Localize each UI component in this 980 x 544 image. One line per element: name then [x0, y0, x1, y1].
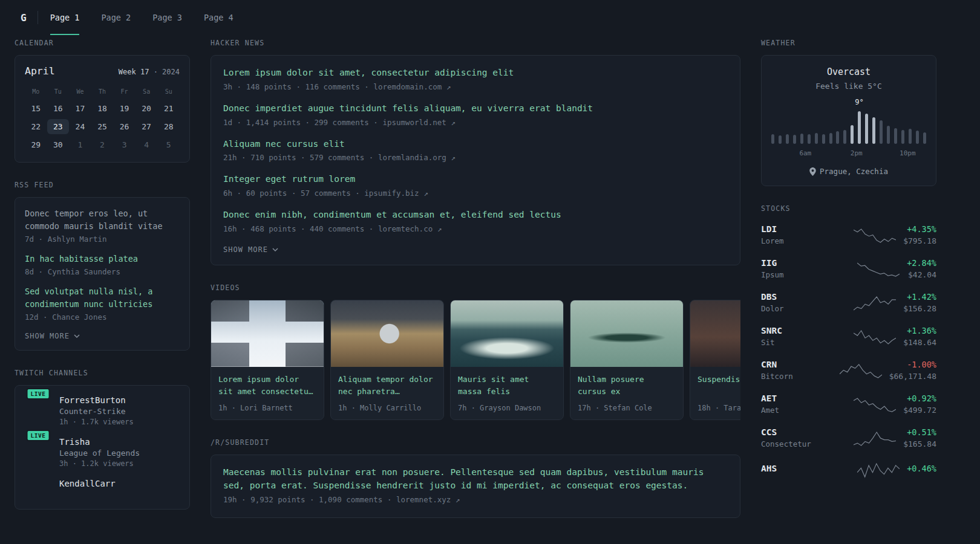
story-stats: 16h · 468 points · 440 comments ·	[223, 224, 378, 233]
show-more-label: SHOW MORE	[25, 332, 70, 340]
rss-item-link[interactable]: Sed volutpat nulla nisl, a condimentum n…	[25, 285, 180, 311]
rss-show-more-button[interactable]: SHOW MORE	[25, 332, 80, 340]
weather-hour-bar	[836, 131, 839, 144]
weather-hour-bar	[779, 135, 782, 144]
video-title[interactable]: Mauris sit amet massa felis	[458, 374, 556, 398]
story-item: Donec enim nibh, condimentum et accumsan…	[223, 209, 728, 233]
video-title[interactable]: Suspendisse diam	[697, 374, 740, 398]
video-thumbnail[interactable]	[331, 300, 443, 367]
page-tab[interactable]: Page 1	[50, 0, 80, 35]
video-title[interactable]: Lorem ipsum dolor sit amet consectetu…	[218, 374, 316, 398]
calendar-day: 27	[136, 119, 158, 134]
video-thumbnail[interactable]	[451, 300, 563, 367]
dashboard-layout: CALENDAR April Week 17 · 2024 MoTuWeThFr…	[0, 35, 980, 536]
story-domain-link[interactable]: loremlandia.org ↗	[378, 153, 456, 162]
story-link[interactable]: Aliquam nec cursus elit	[223, 138, 728, 151]
story-link[interactable]: Maecenas mollis pulvinar erat non posuer…	[223, 466, 728, 493]
page-tab[interactable]: Page 2	[101, 0, 131, 35]
stock-row[interactable]: DBS Dolor +1.42% $156.28	[761, 288, 936, 317]
weather-hour-bar	[829, 133, 832, 144]
video-thumbnail[interactable]	[211, 300, 324, 367]
stock-sparkline	[854, 294, 896, 311]
calendar-day-header: We	[69, 85, 91, 98]
twitch-channel-row[interactable]: KendallCarr	[25, 479, 180, 488]
calendar-day: 15	[25, 101, 47, 116]
story-link[interactable]: Integer eget rutrum lorem	[223, 173, 728, 186]
story-meta: 16h · 468 points · 440 comments · loremt…	[223, 224, 728, 233]
external-link-icon: ↗	[423, 189, 428, 198]
stock-row[interactable]: LDI Lorem +4.35% $795.18	[761, 221, 936, 249]
story-stats: 6h · 60 points · 57 comments ·	[223, 189, 364, 198]
story-link[interactable]: Donec enim nibh, condimentum et accumsan…	[223, 209, 728, 222]
stock-row[interactable]: IIG Ipsum +2.84% $42.04	[761, 254, 936, 283]
stock-row[interactable]: CRN Bitcorn -1.00% $66,171.48	[761, 356, 936, 384]
twitch-channel-row[interactable]: LIVE ForrestBurton Counter-Strike 1h · 1…	[25, 395, 180, 426]
story-domain-link[interactable]: ipsumworld.net ↗	[382, 118, 455, 127]
calendar-card: April Week 17 · 2024 MoTuWeThFrSaSu15161…	[15, 55, 190, 163]
page-tab-label: Page 1	[50, 13, 80, 22]
rss-item-link[interactable]: In hac habitasse platea	[25, 253, 180, 265]
stock-sparkline	[854, 328, 896, 345]
story-meta: 21h · 710 points · 579 comments · loreml…	[223, 153, 728, 162]
video-card[interactable]: Nullam posuere cursus ex 17h · Stefan Co…	[570, 300, 684, 420]
rss-item-meta: 7d · Ashlyn Martin	[25, 235, 180, 244]
stock-price: $156.28	[903, 304, 936, 313]
page-tab[interactable]: Page 4	[204, 0, 234, 35]
rss-item-link[interactable]: Donec tempor eros leo, ut commodo mauris…	[25, 207, 180, 233]
twitch-channel-row[interactable]: LIVE Trisha League of Legends 3h · 1.2k …	[25, 437, 180, 468]
stock-values: +4.35% $795.18	[903, 224, 936, 245]
video-thumbnail[interactable]	[570, 300, 683, 367]
video-card[interactable]: Aliquam tempor dolor nec pharetra… 1h · …	[330, 300, 444, 420]
stock-change: +2.84%	[907, 258, 936, 268]
video-card[interactable]: Mauris sit amet massa felis 7h · Grayson…	[450, 300, 564, 420]
calendar-day: 3	[113, 137, 136, 152]
story-item: Maecenas mollis pulvinar erat non posuer…	[223, 466, 728, 504]
story-domain-link[interactable]: ipsumify.biz ↗	[364, 189, 428, 198]
weather-peak-temp-label: 9°	[855, 98, 863, 106]
stock-values: +2.84% $42.04	[907, 258, 936, 279]
stock-name: Amet	[761, 406, 846, 415]
chevron-down-icon	[272, 248, 278, 251]
external-link-icon: ↗	[437, 224, 442, 233]
story-domain-link[interactable]: loremtech.co ↗	[378, 224, 442, 233]
stock-row[interactable]: SNRC Sit +1.36% $148.64	[761, 322, 936, 351]
story-link[interactable]: Lorem ipsum dolor sit amet, consectetur …	[223, 66, 728, 80]
stock-id: AET Amet	[761, 393, 846, 415]
video-card[interactable]: Suspendisse diam 18h · Tara	[690, 300, 740, 420]
calendar-day: 4	[136, 137, 158, 152]
stock-symbol: CRN	[761, 360, 832, 369]
stock-row[interactable]: CCS Consectetur +0.51% $165.84	[761, 424, 936, 452]
stock-price: $66,171.48	[889, 372, 936, 381]
video-meta: 1h · Lori Barnett	[218, 404, 316, 412]
calendar-day-header: Fr	[113, 85, 136, 98]
video-title[interactable]: Aliquam tempor dolor nec pharetra…	[338, 374, 436, 398]
stock-row[interactable]: AET Amet +0.92% $499.72	[761, 390, 936, 418]
app-logo[interactable]: G	[15, 10, 33, 26]
stock-sparkline	[857, 461, 900, 478]
stock-change: +1.36%	[903, 326, 936, 335]
story-link[interactable]: Donec imperdiet augue tincidunt felis al…	[223, 102, 728, 115]
video-card[interactable]: Lorem ipsum dolor sit amet consectetu… 1…	[211, 300, 324, 420]
video-thumbnail[interactable]	[690, 300, 740, 367]
channel-name: KendallCarr	[59, 479, 116, 488]
video-title[interactable]: Nullam posuere cursus ex	[578, 374, 676, 398]
stock-row[interactable]: AHS +0.46%	[761, 458, 936, 482]
calendar-day: 20	[136, 101, 158, 116]
hackernews-show-more-button[interactable]: SHOW MORE	[223, 245, 278, 254]
live-badge: LIVE	[27, 388, 50, 400]
weather-feels-like: Feels like 5°C	[771, 82, 926, 91]
stock-change: +0.92%	[903, 393, 936, 403]
subreddit-list: Maecenas mollis pulvinar erat non posuer…	[223, 466, 728, 504]
page-tab[interactable]: Page 3	[152, 0, 182, 35]
story-domain-link[interactable]: loremnet.xyz ↗	[396, 495, 460, 504]
stock-id: CRN Bitcorn	[761, 360, 832, 381]
video-body: Mauris sit amet massa felis 7h · Grayson…	[451, 367, 563, 419]
story-domain-link[interactable]: loremdomain.com ↗	[373, 82, 451, 91]
stock-values: +1.42% $156.28	[903, 292, 936, 313]
video-list: Lorem ipsum dolor sit amet consectetu… 1…	[211, 300, 740, 420]
stock-change: +1.42%	[903, 292, 936, 302]
calendar-day: 22	[25, 119, 47, 134]
channel-info: Trisha League of Legends 3h · 1.2k viewe…	[59, 437, 140, 468]
weather-hour-bar	[894, 128, 897, 144]
weather-hour-bar	[872, 117, 875, 144]
